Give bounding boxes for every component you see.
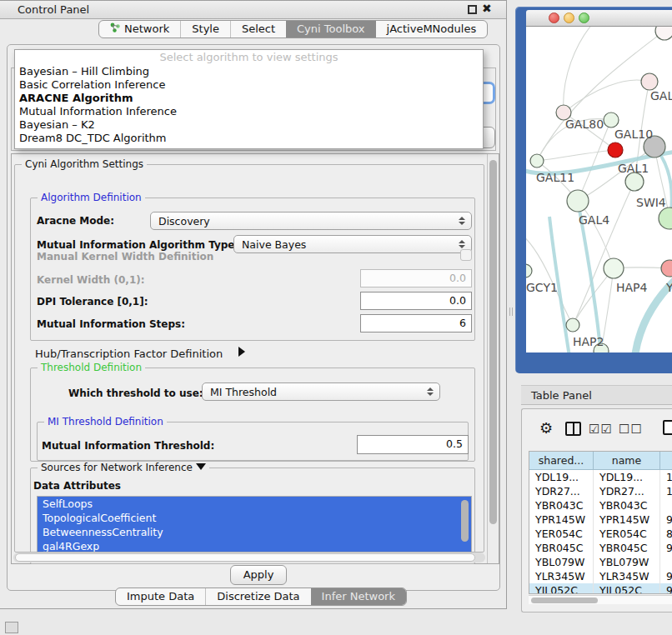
- network-node-hap2[interactable]: [566, 318, 579, 332]
- dpi-tolerance-field[interactable]: 0.0: [360, 292, 472, 310]
- network-node-swi4[interactable]: [625, 172, 644, 191]
- table-row[interactable]: YER054CYER054C8.: [529, 527, 672, 541]
- algorithm-option[interactable]: Bayesian – Hill Climbing: [15, 65, 483, 78]
- algorithm-option[interactable]: ARACNE Algorithm: [15, 92, 483, 105]
- scrollbar-thumb[interactable]: [531, 598, 598, 603]
- network-node-gal10[interactable]: [604, 112, 619, 128]
- select-all-icon[interactable]: ☑☑: [589, 422, 613, 437]
- close-traffic-light-icon[interactable]: [549, 12, 559, 23]
- tab-impute-data[interactable]: Impute Data: [116, 588, 205, 605]
- table-row[interactable]: YBR045CYBR045C9.: [529, 541, 672, 555]
- manual-kernel-checkbox[interactable]: [460, 249, 472, 261]
- bottom-tabbar: Impute DataDiscretize DataInfer Network: [115, 588, 407, 606]
- network-node-gal1[interactable]: [608, 142, 623, 158]
- scrollbar-thumb[interactable]: [489, 160, 497, 524]
- network-node-y[interactable]: [661, 260, 672, 277]
- algorithm-option[interactable]: Mutual Information Inference: [15, 105, 483, 118]
- hub-section-label[interactable]: Hub/Transcription Factor Definition: [35, 348, 223, 360]
- column-selector-icon[interactable]: [565, 422, 581, 436]
- export-table-icon[interactable]: [663, 420, 672, 435]
- settings-vertical-scrollbar[interactable]: [487, 154, 499, 563]
- attribute-list-item[interactable]: gal4RGexp: [38, 539, 471, 552]
- table-cell: 12: [660, 484, 672, 498]
- network-node-gal[interactable]: [641, 73, 658, 90]
- table-cell: YBR045C: [594, 541, 660, 555]
- table-column-header[interactable]: name: [594, 452, 660, 470]
- attribute-list-item[interactable]: SelfLoops: [38, 497, 471, 511]
- table-row[interactable]: YIL052CYIL052C9: [529, 583, 672, 594]
- table-cell: 9: [660, 583, 672, 594]
- table-cell: YIL052C: [529, 583, 594, 594]
- app-screen: Control Panel ✖ NetworkStyleSelectCyni T…: [0, 0, 672, 635]
- settings-gear-icon[interactable]: ⚙: [539, 419, 553, 437]
- split-pane-divider[interactable]: [509, 308, 513, 316]
- list-scrollbar-thumb[interactable]: [461, 500, 469, 542]
- table-cell: YPR145W: [529, 512, 594, 527]
- network-node-gal11[interactable]: [530, 154, 544, 168]
- table-row[interactable]: YLR345WYLR345W9.: [529, 569, 672, 583]
- combo-arrows-icon: [459, 217, 465, 225]
- mi-threshold-label: Mutual Information Threshold:: [42, 440, 214, 452]
- network-canvas[interactable]: GALGAL80GAL10GAL1SWI4GAL11GAL4GCY1HAP4YH…: [526, 27, 672, 352]
- table-row[interactable]: YDL19...YDL19...13: [529, 470, 672, 484]
- attribute-list-item[interactable]: BetweennessCentrality: [38, 525, 471, 539]
- float-window-icon[interactable]: [468, 5, 477, 14]
- collapsed-arrow-icon[interactable]: [238, 347, 245, 357]
- mi-threshold-field[interactable]: 0.5: [357, 435, 469, 454]
- threshold-definition-title: Threshold Definition: [38, 362, 145, 373]
- network-icon: [110, 21, 120, 38]
- algorithm-option[interactable]: Dream8 DC_TDC Algorithm: [15, 132, 483, 145]
- node-label: HAP4: [616, 281, 648, 294]
- settings-horizontal-scrollbar[interactable]: [13, 552, 485, 562]
- network-node-gcy1[interactable]: [526, 264, 532, 278]
- control-panel-tabbar: NetworkStyleSelectCyni ToolboxjActiveMNo…: [98, 20, 488, 38]
- tab-network[interactable]: Network: [99, 21, 180, 38]
- minimized-panel-button[interactable]: [5, 622, 18, 633]
- attribute-list-item[interactable]: TopologicalCoefficient: [38, 511, 471, 525]
- scrollbar-thumb[interactable]: [15, 553, 475, 562]
- node-attribute-table[interactable]: shared...nameA YDL19...YDL19...13YDR27..…: [529, 451, 672, 594]
- table-row[interactable]: YPR145WYPR145W9.: [529, 512, 672, 527]
- tab-cyni-toolbox[interactable]: Cyni Toolbox: [286, 21, 376, 38]
- aracne-mode-combobox[interactable]: Discovery: [150, 212, 472, 230]
- table-cell: YBL079W: [594, 555, 660, 569]
- combo-arrows-icon: [427, 388, 434, 396]
- algorithm-option[interactable]: Basic Correlation Inference: [15, 78, 483, 92]
- table-horizontal-scrollbar[interactable]: [529, 595, 672, 604]
- control-panel-title: Control Panel: [18, 3, 89, 16]
- table-cell: YDL19...: [594, 470, 660, 484]
- tab-discretize-data[interactable]: Discretize Data: [205, 588, 310, 605]
- tab-style[interactable]: Style: [180, 21, 230, 38]
- table-column-header[interactable]: A: [660, 452, 672, 470]
- network-node[interactable]: [659, 208, 672, 229]
- which-threshold-value: MI Threshold: [210, 386, 277, 398]
- deselect-all-icon[interactable]: ☐☐: [619, 422, 643, 437]
- network-view-window[interactable]: GALGAL80GAL10GAL1SWI4GAL11GAL4GCY1HAP4YH…: [515, 7, 672, 373]
- minimize-traffic-light-icon[interactable]: [564, 12, 574, 23]
- table-row[interactable]: YDR27...YDR27...12: [529, 484, 672, 498]
- sources-title-text: Sources for Network Inference: [41, 462, 193, 473]
- network-node[interactable]: [655, 27, 672, 40]
- data-attributes-list[interactable]: SelfLoopsTopologicalCoefficientBetweenne…: [37, 496, 472, 552]
- table-row[interactable]: YBR043CYBR043C: [529, 498, 672, 512]
- mi-type-combobox[interactable]: Naive Bayes: [233, 235, 472, 253]
- table-cell: YBR045C: [529, 541, 594, 555]
- close-icon[interactable]: ✖: [482, 2, 492, 15]
- mi-steps-field[interactable]: 6: [360, 314, 472, 332]
- expanded-arrow-icon[interactable]: [196, 463, 206, 470]
- apply-button[interactable]: Apply: [230, 565, 287, 585]
- zoom-traffic-light-icon[interactable]: [579, 12, 589, 23]
- combo-arrows-icon: [459, 240, 465, 248]
- network-node-gal4[interactable]: [567, 190, 589, 212]
- table-cell: [660, 498, 672, 512]
- which-threshold-combobox[interactable]: MI Threshold: [202, 382, 440, 401]
- tab-infer-network[interactable]: Infer Network: [311, 588, 406, 605]
- kernel-width-field[interactable]: 0.0: [360, 269, 472, 288]
- network-node-hap4[interactable]: [604, 258, 624, 278]
- tab-select[interactable]: Select: [230, 21, 286, 38]
- tab-jactivemnodules[interactable]: jActiveMNodules: [376, 21, 488, 38]
- table-cell: YIL052C: [594, 583, 660, 594]
- table-row[interactable]: YBL079WYBL079W: [529, 555, 672, 569]
- table-column-header[interactable]: shared...: [529, 452, 594, 470]
- algorithm-option[interactable]: Bayesian – K2: [15, 118, 483, 132]
